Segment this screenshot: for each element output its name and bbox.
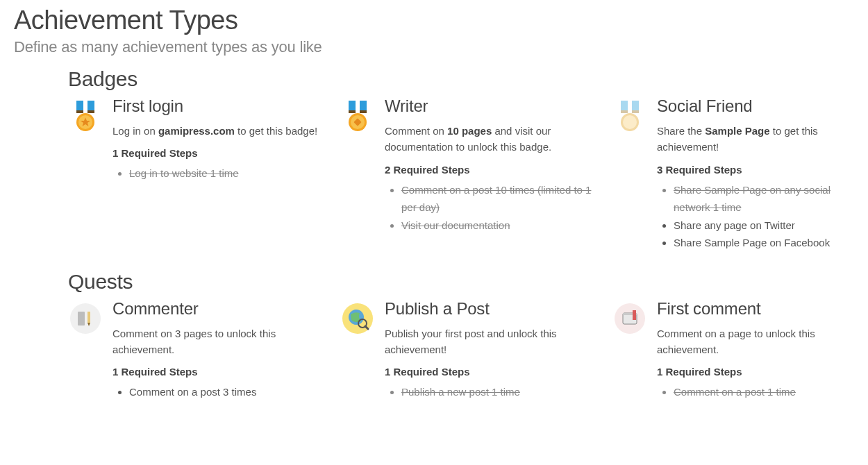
svg-point-19 — [623, 115, 637, 129]
quests-grid: Commenter Comment on 3 pages to unlock t… — [68, 299, 868, 408]
svg-rect-16 — [621, 110, 628, 113]
section-title-badges: Badges — [68, 67, 868, 91]
step-item: Share Sample Page on any social network … — [674, 181, 868, 217]
card-title: Writer — [385, 96, 596, 116]
card-desc: Log in on gamipress.com to get this badg… — [112, 123, 324, 139]
badge-card-social-friend: Social Friend Share the Sample Page to g… — [612, 96, 868, 252]
commenter-icon — [68, 299, 103, 334]
card-desc: Share the Sample Page to get this achiev… — [657, 123, 868, 155]
quest-card-commenter: Commenter Comment on 3 pages to unlock t… — [68, 299, 324, 401]
page-subtitle: Define as many achievement types as you … — [14, 38, 868, 56]
medal-gold-star-icon — [68, 96, 103, 134]
medal-gold-pencil-icon — [340, 96, 375, 134]
svg-rect-15 — [632, 101, 639, 110]
card-title: Publish a Post — [385, 299, 596, 319]
steps-label: 1 Required Steps — [112, 147, 324, 159]
steps-list: Publish a new post 1 time — [401, 383, 596, 401]
steps-label: 1 Required Steps — [657, 366, 868, 378]
svg-rect-10 — [360, 110, 367, 113]
step-item: Log in to website 1 time — [129, 164, 324, 183]
card-body: Commenter Comment on 3 pages to unlock t… — [112, 299, 324, 401]
steps-label: 2 Required Steps — [385, 164, 596, 176]
steps-list: Comment on a post 1 time — [674, 383, 868, 401]
steps-list: Share Sample Page on any social network … — [674, 181, 868, 252]
steps-list: Comment on a post 10 times (limited to 1… — [401, 181, 596, 235]
bookmark-book-icon — [612, 299, 647, 334]
card-desc: Comment on a page to unlock this achieve… — [657, 326, 868, 358]
svg-rect-3 — [87, 110, 94, 113]
svg-rect-2 — [76, 110, 83, 113]
card-desc: Comment on 10 pages and visit our docume… — [385, 123, 596, 155]
card-body: Publish a Post Publish your first post a… — [385, 299, 596, 401]
svg-rect-8 — [360, 101, 367, 110]
badges-grid: First login Log in on gamipress.com to g… — [68, 96, 868, 259]
medal-light-icon — [612, 96, 647, 134]
page-title: Achievement Types — [14, 6, 868, 35]
steps-label: 1 Required Steps — [112, 366, 324, 378]
badges-section: Badges First login Log in on gamipress.c… — [68, 67, 868, 259]
svg-point-20 — [70, 303, 101, 334]
card-body: First comment Comment on a page to unloc… — [657, 299, 868, 401]
card-desc: Publish your first post and unlock this … — [385, 326, 596, 358]
svg-rect-1 — [87, 101, 94, 110]
svg-rect-7 — [349, 101, 356, 110]
step-item: Visit our documentation — [401, 217, 596, 235]
card-title: Commenter — [112, 299, 324, 319]
quest-card-first-comment: First comment Comment on a page to unloc… — [612, 299, 868, 401]
card-body: Writer Comment on 10 pages and visit our… — [385, 96, 596, 234]
step-item: Comment on a post 3 times — [129, 383, 324, 401]
card-body: Social Friend Share the Sample Page to g… — [657, 96, 868, 252]
page: Achievement Types Define as many achieve… — [0, 0, 868, 408]
card-title: First login — [112, 96, 324, 116]
badge-card-first-login: First login Log in on gamipress.com to g… — [68, 96, 324, 252]
globe-search-icon — [340, 299, 375, 334]
svg-rect-17 — [632, 110, 639, 113]
quests-section: Quests Commenter Comment on 3 pages to u… — [68, 270, 868, 408]
steps-label: 3 Required Steps — [657, 164, 868, 176]
card-title: First comment — [657, 299, 868, 319]
svg-rect-22 — [87, 312, 90, 323]
card-title: Social Friend — [657, 96, 868, 116]
step-item: Comment on a post 1 time — [674, 383, 868, 401]
step-item: Share any page on Twitter — [674, 217, 868, 235]
step-item: Publish a new post 1 time — [401, 383, 596, 401]
card-body: First login Log in on gamipress.com to g… — [112, 96, 324, 183]
section-title-quests: Quests — [68, 270, 868, 294]
card-desc: Comment on 3 pages to unlock this achiev… — [112, 326, 324, 358]
quest-card-publish-post: Publish a Post Publish your first post a… — [340, 299, 596, 401]
svg-rect-21 — [78, 312, 85, 326]
steps-list: Comment on a post 3 times — [129, 383, 324, 401]
svg-rect-0 — [76, 101, 83, 110]
steps-list: Log in to website 1 time — [129, 164, 324, 183]
step-item: Comment on a post 10 times (limited to 1… — [401, 181, 596, 217]
step-item: Share Sample Page on Facebook — [674, 234, 868, 252]
svg-rect-14 — [621, 101, 628, 110]
svg-rect-9 — [349, 110, 356, 113]
badge-card-writer: Writer Comment on 10 pages and visit our… — [340, 96, 596, 252]
steps-label: 1 Required Steps — [385, 366, 596, 378]
